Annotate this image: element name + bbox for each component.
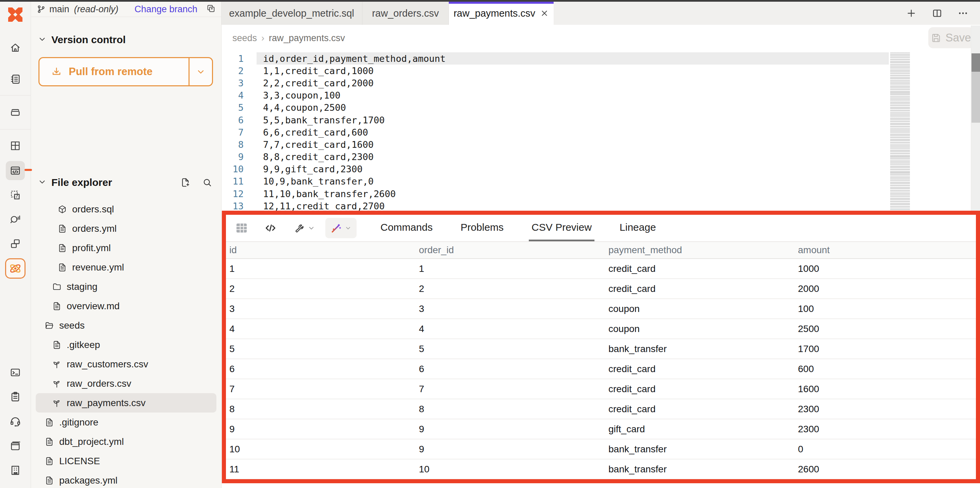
code-line: 6 5,5,bank_transfer,1700	[221, 114, 889, 126]
file-tree-item[interactable]: packages.yml	[36, 471, 216, 488]
building-icon[interactable]	[10, 464, 21, 476]
split-view-icon[interactable]	[932, 8, 943, 19]
activity-divider	[0, 129, 30, 130]
cell-amount: 2300	[795, 424, 976, 435]
pull-dropdown-button[interactable]	[189, 58, 212, 85]
cell-amount: 600	[795, 364, 976, 374]
file-type-icon	[52, 360, 62, 369]
file-explorer-header[interactable]: File explorer	[31, 172, 221, 193]
code-line: 7 6,6,credit_card,600	[221, 126, 889, 138]
atom-icon[interactable]	[5, 258, 25, 279]
editor-tab[interactable]: raw_orders.csv	[363, 2, 449, 25]
bottom-panel-tab-label: CSV Preview	[531, 222, 592, 233]
file-tree-item[interactable]: revenue.yml	[36, 258, 216, 277]
line-number: 10	[221, 164, 243, 174]
bottom-panel-tab[interactable]: Commands	[378, 215, 435, 241]
copy-icon[interactable]	[206, 4, 216, 14]
new-tab-icon[interactable]	[906, 8, 917, 19]
home-icon[interactable]	[10, 42, 21, 54]
search-icon[interactable]	[202, 177, 212, 188]
code-icon[interactable]	[264, 222, 277, 234]
new-file-icon[interactable]	[180, 177, 191, 188]
wrench-icon[interactable]	[293, 222, 315, 234]
cell-payment-method: bank_transfer	[605, 344, 795, 355]
file-tree-item[interactable]: staging	[36, 277, 216, 296]
app-window: main (read-only) Change branch Version c…	[0, 0, 980, 488]
table-row: 4 4 coupon 2500	[226, 319, 976, 339]
file-type-icon	[52, 398, 62, 408]
cell-payment-method: bank_transfer	[605, 464, 795, 475]
line-number: 4	[221, 90, 243, 101]
version-control-header[interactable]: Version control	[38, 34, 221, 46]
bottom-panel-tab[interactable]: Lineage	[617, 215, 659, 241]
editor-tab[interactable]: raw_payments.csv	[449, 2, 554, 25]
table-grid-icon[interactable]	[235, 221, 248, 235]
file-type-icon	[57, 243, 67, 253]
archive-icon[interactable]	[10, 106, 21, 118]
selection-icon[interactable]	[10, 189, 21, 201]
line-text: 1,1,credit_card,1000	[263, 66, 374, 76]
file-tree-item[interactable]: dbt_project.yml	[36, 432, 216, 451]
close-icon[interactable]	[540, 9, 549, 17]
csv-column-header: payment_method	[605, 245, 795, 255]
pull-main[interactable]: Pull from remote	[40, 58, 189, 85]
file-tree-item[interactable]: .gitignore	[36, 412, 216, 432]
file-tree-item[interactable]: raw_payments.csv	[36, 393, 216, 412]
bottom-panel-tab[interactable]: Problems	[458, 215, 506, 241]
code-line: 4 3,3,coupon,100	[221, 89, 889, 101]
code-line: 12 11,10,bank_transfer,2600	[221, 188, 889, 200]
file-tree-item[interactable]: seeds	[36, 316, 216, 335]
minimap[interactable]	[890, 53, 910, 212]
file-name: overview.md	[67, 301, 120, 312]
file-tree-item[interactable]: overview.md	[36, 296, 216, 316]
save-button[interactable]: Save	[928, 27, 974, 48]
editor-tab[interactable]: example_develop_metric.sql	[221, 2, 363, 25]
csv-preview-table: 1 1 credit_card 1000 2 2 credit_card 200…	[226, 259, 976, 479]
browser-icon[interactable]	[10, 440, 21, 452]
file-type-icon	[45, 476, 54, 485]
file-tree-item[interactable]: raw_orders.csv	[36, 374, 216, 393]
breadcrumb-dir[interactable]: seeds	[232, 33, 257, 43]
more-options-icon[interactable]	[958, 8, 969, 19]
line-number: 13	[221, 201, 243, 211]
file-tree-item[interactable]: orders.sql	[36, 200, 216, 219]
line-text: 7,7,credit_card,1600	[263, 139, 374, 150]
activity-bar	[0, 2, 31, 488]
clipboard-icon[interactable]	[10, 391, 21, 402]
file-tree-item[interactable]: LICENSE	[36, 451, 216, 471]
cell-id: 9	[226, 424, 415, 435]
table-row: 5 5 bank_transfer 1700	[226, 339, 976, 359]
terminal-icon[interactable]	[10, 367, 21, 378]
notebook-icon[interactable]	[10, 73, 21, 85]
file-tree-item[interactable]: .gitkeep	[36, 335, 216, 355]
magic-wand-button[interactable]	[325, 218, 356, 238]
file-tree-item[interactable]: profit.yml	[36, 238, 216, 258]
file-name: raw_payments.csv	[67, 398, 146, 409]
file-tree-item[interactable]: raw_customers.csv	[36, 355, 216, 374]
file-name: LICENSE	[59, 456, 100, 467]
cell-amount: 2000	[795, 284, 976, 294]
file-type-icon	[45, 418, 54, 427]
cell-amount: 1700	[795, 344, 976, 355]
code-editor-icon-active[interactable]	[6, 161, 25, 180]
chevron-down-icon	[196, 67, 205, 76]
file-name: staging	[67, 281, 97, 292]
pull-from-remote-button[interactable]: Pull from remote	[38, 57, 213, 86]
code-editor[interactable]: 1 id,order_id,payment_method,amount 2 1,…	[221, 52, 889, 212]
change-branch-link[interactable]: Change branch	[134, 4, 197, 14]
headset-icon[interactable]	[10, 415, 21, 427]
windows-icon[interactable]	[10, 238, 21, 249]
scrollbar-thumb[interactable]	[972, 53, 980, 72]
file-tree-item[interactable]: orders.yml	[36, 219, 216, 238]
cell-payment-method: credit_card	[605, 284, 795, 294]
line-number: 6	[221, 115, 243, 125]
file-explorer-section: File explorer	[31, 172, 221, 488]
dashboard-icon[interactable]	[10, 140, 21, 152]
tab-bar-controls	[906, 2, 980, 25]
line-number: 2	[221, 66, 243, 76]
bottom-panel-toolbar: Commands Problems CSV Preview Lineage	[226, 215, 976, 242]
bottom-panel-tab[interactable]: CSV Preview	[529, 215, 595, 241]
query-search-icon[interactable]	[10, 213, 21, 225]
table-row: 10 9 bank_transfer 0	[226, 439, 976, 459]
cell-order-id: 4	[415, 323, 605, 334]
